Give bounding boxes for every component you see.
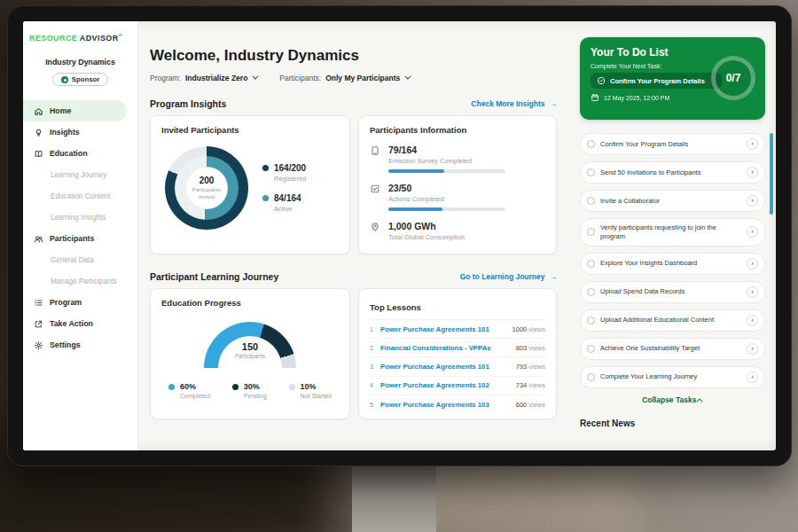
task-invite-collaborator[interactable]: Invite a Collaborator › <box>580 190 765 212</box>
progress-fill <box>388 169 444 173</box>
lightbulb-icon <box>34 128 43 137</box>
task-checkbox[interactable] <box>587 317 595 325</box>
sidebar-item-program[interactable]: Program <box>23 292 137 313</box>
sidebar-item-participants[interactable]: Participants <box>23 228 137 249</box>
lesson-row: 5 Power Purchase Agreements 103 600views <box>370 395 545 414</box>
collapse-tasks-link[interactable]: Collapse Tasks <box>580 395 765 404</box>
task-checkbox[interactable] <box>587 140 595 148</box>
task-send-invitations[interactable]: Send 50 Invitations to Participants › <box>580 161 765 184</box>
stat-emission-survey: 79/164 Emission Survey Completed <box>370 145 545 173</box>
sidebar-item-take-action[interactable]: Take Action <box>23 313 137 334</box>
task-complete-learning-journey[interactable]: Complete Your Learning Journey › <box>580 366 765 388</box>
task-checkbox[interactable] <box>587 228 595 236</box>
task-upload-educational-content[interactable]: Upload Additional Educational Content › <box>580 309 765 332</box>
check-more-insights-link[interactable]: Check More Insights → <box>471 99 557 108</box>
program-insights-header: Program Insights Check More Insights → <box>150 99 557 108</box>
todo-progress-ring: 0/7 <box>711 56 755 100</box>
task-checkbox[interactable] <box>587 373 595 381</box>
app-logo: RESOURCE ADVISOR+ <box>23 32 137 43</box>
action-arrow-icon <box>34 319 43 329</box>
chevron-right-icon[interactable]: › <box>747 226 758 238</box>
sidebar-item-learning-insights[interactable]: Learning Insights <box>23 207 137 228</box>
section-title: Participant Learning Journey <box>150 271 278 282</box>
task-verify-participants[interactable]: Verify participants requesting to join t… <box>580 218 765 246</box>
main-content: Welcome, Industry Dynamics Program: Indu… <box>138 21 576 450</box>
sidebar-item-education[interactable]: Education <box>23 143 137 164</box>
go-to-learning-journey-link[interactable]: Go to Learning Journey → <box>460 272 557 281</box>
task-checkbox[interactable] <box>587 288 595 296</box>
task-upload-spend-data[interactable]: Upload Spend Data Records › <box>580 281 765 303</box>
task-checkbox[interactable] <box>587 345 595 353</box>
donut-center: 200 Participants Invited <box>186 168 227 208</box>
task-checkbox[interactable] <box>587 168 595 176</box>
chevron-down-icon <box>253 74 259 80</box>
location-pin-icon <box>370 222 380 232</box>
sidebar-item-label: Insights <box>50 128 80 137</box>
participants-information-card: Participants Information 79/164 Emission… <box>358 115 557 254</box>
task-explore-insights[interactable]: Explore Your Insights Dashboard › <box>580 253 765 275</box>
arrow-right-icon: → <box>550 272 558 281</box>
sidebar-item-label: Program <box>50 298 82 307</box>
task-checkbox[interactable] <box>587 197 595 205</box>
lesson-link[interactable]: Power Purchase Agreements 101 <box>380 363 516 371</box>
lesson-link[interactable]: Power Purchase Agreements 102 <box>380 381 516 389</box>
people-icon <box>34 234 43 244</box>
lesson-link[interactable]: Power Purchase Agreements 103 <box>380 401 516 409</box>
program-value: Industrialize Zero <box>185 74 247 82</box>
arrow-right-icon: → <box>550 99 558 108</box>
participants-label: Participants: <box>279 74 321 82</box>
legend-active: 84/164 Active <box>262 193 306 213</box>
donut-label: Participants Invited <box>190 186 223 200</box>
sidebar-item-label: General Data <box>51 256 94 264</box>
calendar-icon <box>591 93 599 102</box>
section-title: Program Insights <box>150 98 226 109</box>
task-list: Confirm Your Program Details › Send 50 I… <box>580 133 765 388</box>
participants-dropdown[interactable]: Participants: Only My Participants <box>279 74 409 82</box>
sidebar-item-settings[interactable]: Settings <box>23 334 137 356</box>
program-insights-cards: Invited Participants 200 Participants In… <box>150 115 576 254</box>
sidebar-item-education-content[interactable]: Education Content <box>23 185 137 207</box>
chevron-right-icon[interactable]: › <box>747 138 758 150</box>
program-dropdown[interactable]: Program: Industrialize Zero <box>150 74 256 82</box>
sponsor-badge[interactable]: Sponsor <box>52 73 109 86</box>
logo-plus: + <box>119 32 123 38</box>
gear-icon <box>34 340 43 350</box>
todo-panel: Your To Do List Complete Your Next Task:… <box>576 21 776 450</box>
home-icon <box>34 106 43 116</box>
sidebar-item-label: Education <box>50 149 88 158</box>
sidebar-item-label: Learning Journey <box>51 171 106 179</box>
progress-bar <box>388 207 505 211</box>
chevron-right-icon[interactable]: › <box>747 286 758 298</box>
chevron-right-icon[interactable]: › <box>747 167 758 178</box>
legend-dot <box>289 384 295 390</box>
sidebar-item-label: Learning Insights <box>51 214 106 222</box>
task-confirm-program-details[interactable]: Confirm Your Program Details › <box>580 133 765 155</box>
chevron-right-icon[interactable]: › <box>747 372 758 383</box>
sidebar-item-manage-participants[interactable]: Manage Participants <box>23 270 137 292</box>
scrollbar-thumb[interactable] <box>770 133 773 215</box>
task-achieve-sustainability-target[interactable]: Achieve One Sustainability Target › <box>580 338 765 360</box>
lesson-row: 1 Power Purchase Agreements 101 1000view… <box>370 320 545 339</box>
lesson-link[interactable]: Financial Considerations - VPPAs <box>380 344 516 352</box>
sidebar-item-learning-journey[interactable]: Learning Journey <box>23 164 137 185</box>
sidebar-item-general-data[interactable]: General Data <box>23 249 137 270</box>
clipboard-icon <box>370 145 380 156</box>
sidebar-item-label: Education Content <box>51 192 110 200</box>
chevron-right-icon[interactable]: › <box>747 315 758 326</box>
chevron-right-icon[interactable]: › <box>747 258 758 270</box>
next-task-pill[interactable]: Confirm Your Program Details <box>591 73 722 89</box>
participants-value: Only My Participants <box>325 74 400 82</box>
logo-text-advisor: ADVISOR <box>80 34 119 43</box>
sidebar: RESOURCE ADVISOR+ Industry Dynamics Spon… <box>23 21 138 450</box>
lesson-link[interactable]: Power Purchase Agreements 101 <box>380 325 512 333</box>
chevron-right-icon[interactable]: › <box>747 343 758 355</box>
lesson-row: 4 Power Purchase Agreements 102 734views <box>370 377 545 395</box>
invited-donut-chart: 200 Participants Invited <box>165 146 248 230</box>
sidebar-item-home[interactable]: Home <box>23 100 127 121</box>
lesson-row: 2 Financial Considerations - VPPAs 803vi… <box>370 339 545 357</box>
sidebar-item-insights[interactable]: Insights <box>23 121 137 143</box>
todo-summary-card: Your To Do List Complete Your Next Task:… <box>580 37 765 120</box>
chevron-right-icon[interactable]: › <box>747 195 758 207</box>
task-checkbox[interactable] <box>587 260 595 268</box>
sidebar-item-label: Participants <box>50 234 94 243</box>
